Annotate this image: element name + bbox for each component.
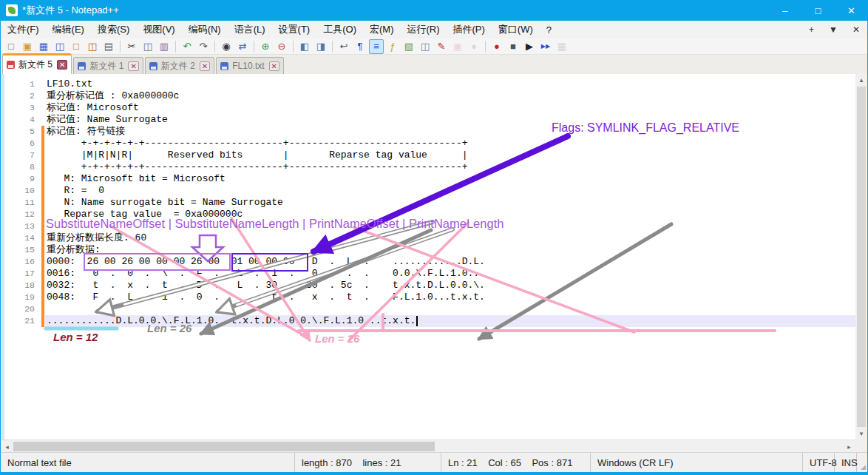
change-marker <box>41 268 44 280</box>
tab-1[interactable]: 新文件 1✕ <box>73 57 143 74</box>
copy-icon[interactable]: ◫ <box>140 39 155 54</box>
line-number: 10 <box>4 185 35 197</box>
status-doc-type: Normal text file <box>1 453 295 472</box>
scroll-down-arrow[interactable]: ▼ <box>855 428 867 439</box>
line-number: 16 <box>4 256 35 268</box>
new-file-icon[interactable]: □ <box>4 39 18 54</box>
editor-line: 0032: t . x . t . D . L . 30 . 30 . 5c .… <box>45 280 855 292</box>
status-encoding: UTF-8 <box>803 453 835 472</box>
menu-item-9[interactable]: 运行(R) <box>400 21 446 38</box>
menu-item-2[interactable]: 搜索(S) <box>91 21 136 38</box>
save-icon[interactable]: ▦ <box>36 39 51 54</box>
toolbar-separator <box>254 41 254 53</box>
editor-line <box>45 303 855 315</box>
menu-item-12[interactable]: ? <box>540 22 558 38</box>
title-bar[interactable]: *新文件 5 - Notepad++ –□✕ <box>0 0 868 21</box>
line-number: 12 <box>4 209 35 220</box>
editor-line: ............D.L.0.0.\.F.L.1.0...t.x.t.D.… <box>45 315 855 327</box>
horizontal-scrollbar[interactable]: ◂ ▸ <box>1 439 855 452</box>
replace-icon[interactable]: ⇄ <box>235 39 250 54</box>
scroll-right-arrow[interactable]: ▸ <box>843 440 855 453</box>
app-icon <box>6 4 18 16</box>
horizontal-scroll-thumb[interactable] <box>13 442 435 451</box>
line-number: 18 <box>4 280 35 292</box>
indent-guide-icon[interactable]: ≡ <box>369 39 384 54</box>
cut-icon[interactable]: ✂ <box>124 39 139 54</box>
menu-item-11[interactable]: 窗口(W) <box>492 21 540 38</box>
menu-item-7[interactable]: 工具(O) <box>316 21 363 38</box>
find-icon[interactable]: ◉ <box>219 39 234 54</box>
change-marker <box>41 256 44 268</box>
menu-item-3[interactable]: 视图(V) <box>136 21 181 38</box>
toolbar-separator <box>175 41 176 53</box>
open-folder-icon[interactable]: ▣ <box>20 39 35 54</box>
zoom-in-icon[interactable]: ⊕ <box>258 39 273 54</box>
sync-vertical-icon[interactable]: ◧ <box>297 39 312 54</box>
menu-item-8[interactable]: 宏(M) <box>363 21 401 38</box>
line-number: 20 <box>4 303 35 315</box>
line-number: 19 <box>4 292 35 303</box>
change-marker <box>41 161 44 173</box>
close-button[interactable]: ✕ <box>835 0 868 21</box>
editor-line: |M|R|N|R| Reserved bits | Reparse tag va… <box>45 149 855 161</box>
macro-stop-icon[interactable]: ■ <box>506 39 521 54</box>
document-map-icon[interactable]: ▧ <box>401 39 416 54</box>
print-icon[interactable]: ▤ <box>101 39 116 54</box>
tab-close-icon[interactable]: ✕ <box>269 61 279 71</box>
tab-3[interactable]: FL10.txt✕ <box>216 57 284 74</box>
resize-grip[interactable]: ◢ <box>857 453 867 472</box>
maximize-button[interactable]: □ <box>801 0 835 21</box>
word-wrap-icon[interactable]: ↩ <box>336 39 351 54</box>
tab-label: FL10.txt <box>232 61 264 71</box>
scroll-up-arrow[interactable]: ▲ <box>855 74 867 86</box>
editor-line: +-+-+-+-+-+------------------------+----… <box>45 161 855 173</box>
close-all-icon[interactable]: ◫ <box>85 39 100 54</box>
line-number: 13 <box>4 220 35 232</box>
menu-item-0[interactable]: 文件(F) <box>1 21 46 38</box>
menu-item-10[interactable]: 插件(P) <box>447 21 492 38</box>
macro-record-icon[interactable]: ● <box>489 39 504 54</box>
macro-play-icon[interactable]: ▶ <box>522 39 537 54</box>
macro-run-multiple-icon[interactable]: ▶▶ <box>538 39 553 54</box>
redo-icon[interactable]: ↷ <box>196 39 211 54</box>
editor-area[interactable]: 123456789101112131415161718192021 LF10.t… <box>1 74 855 439</box>
document-switcher-icon[interactable]: ◫ <box>418 39 433 54</box>
tab-2[interactable]: 新文件 2✕ <box>145 57 214 74</box>
change-marker <box>41 149 44 161</box>
menu-item-6[interactable]: 设置(T) <box>272 21 317 38</box>
sync-horizontal-icon[interactable]: ◨ <box>313 39 328 54</box>
editor-line: 0000: 26 00 26 00 00 00 26 00 01 00 00 0… <box>45 256 855 268</box>
status-insert-mode[interactable]: INS <box>835 453 857 472</box>
editor-line: R: = 0 <box>45 185 855 197</box>
edit-pen-icon[interactable]: ✎ <box>434 39 449 54</box>
vertical-scroll-thumb[interactable] <box>857 87 866 427</box>
show-all-characters-icon[interactable]: ¶ <box>353 39 367 54</box>
tab-list-button[interactable]: ▼ <box>821 23 845 36</box>
undo-icon[interactable]: ↶ <box>180 39 194 54</box>
paste-icon[interactable]: ▥ <box>157 39 172 54</box>
tab-close-icon[interactable]: ✕ <box>200 61 210 71</box>
tab-0[interactable]: 新文件 5✕ <box>2 53 72 74</box>
monitoring-icon[interactable]: ● <box>467 39 481 54</box>
close-tab-button[interactable]: ✕ <box>845 23 867 36</box>
folder-monitor-icon[interactable]: ▣ <box>450 39 465 54</box>
status-bar: Normal text filelength : 870 lines : 21L… <box>1 452 867 475</box>
tab-close-icon[interactable]: ✕ <box>57 60 67 70</box>
menu-item-4[interactable]: 编码(N) <box>182 21 228 38</box>
save-all-icon[interactable]: ◫ <box>52 39 67 54</box>
editor-line: 标记值: Name Surrogate <box>45 114 855 126</box>
function-list-icon[interactable]: ƒ <box>385 39 400 54</box>
menu-item-1[interactable]: 编辑(E) <box>46 21 91 38</box>
zoom-out-icon[interactable]: ⊖ <box>274 39 289 54</box>
change-marker <box>41 197 44 209</box>
vertical-scrollbar[interactable]: ▲ ▼ <box>855 74 867 439</box>
scroll-left-arrow[interactable]: ◂ <box>1 440 13 453</box>
status-eol-format: Windows (CR LF) <box>591 453 803 472</box>
toolbar-separator <box>214 41 215 53</box>
close-file-icon[interactable]: □ <box>69 39 84 54</box>
macro-save-icon[interactable]: ▦ <box>555 39 569 54</box>
tab-close-icon[interactable]: ✕ <box>128 61 138 71</box>
new-tab-button[interactable]: + <box>801 23 821 36</box>
minimize-button[interactable]: – <box>768 0 801 21</box>
menu-item-5[interactable]: 语言(L) <box>228 21 272 38</box>
